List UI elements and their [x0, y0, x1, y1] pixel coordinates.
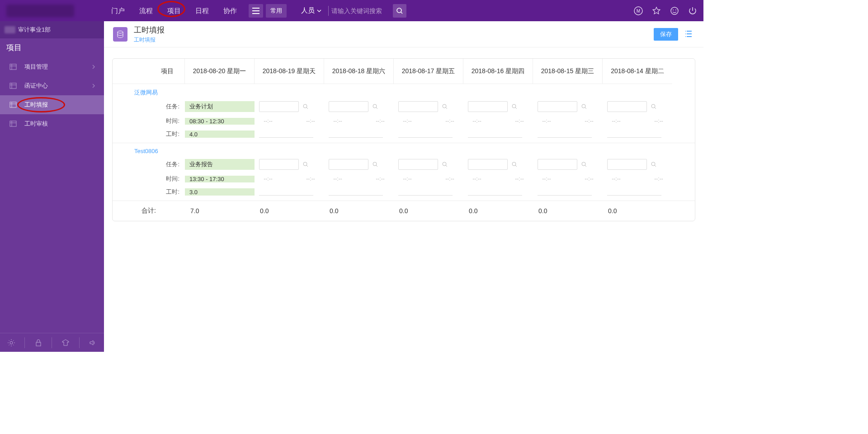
hours-input[interactable] — [329, 131, 383, 138]
hours-cell-day5 — [533, 131, 603, 138]
sound-icon[interactable] — [84, 333, 102, 352]
search-icon[interactable] — [372, 103, 378, 110]
col-day-0: 2018-08-20 星期一 — [185, 59, 255, 84]
hours-input[interactable] — [607, 131, 661, 138]
search-button[interactable] — [393, 4, 406, 18]
total-cell-0: 7.0 — [185, 207, 255, 215]
time-cell-day1[interactable]: --:----:-- — [255, 118, 324, 125]
time-cell-day2[interactable]: --:----:-- — [324, 118, 394, 125]
task-input[interactable] — [329, 159, 368, 170]
nav-schedule[interactable]: 日程 — [188, 0, 216, 21]
hours-input[interactable] — [329, 188, 383, 196]
time-cell-day3[interactable]: --:----:-- — [394, 118, 463, 125]
breadcrumb[interactable]: 工时填报 — [134, 36, 165, 44]
list-icon — [9, 120, 17, 128]
search-icon[interactable] — [302, 161, 309, 168]
nav-project[interactable]: 项目 — [160, 0, 188, 21]
time-cell-day6[interactable]: --:----:-- — [603, 176, 672, 182]
hours-input[interactable] — [259, 188, 313, 196]
time-cell-day3[interactable]: --:----:-- — [394, 176, 463, 182]
time-cell-day4[interactable]: --:----:-- — [463, 118, 533, 125]
svg-point-13 — [303, 104, 307, 108]
search-input[interactable] — [331, 7, 390, 14]
sidebar-item-project-manage[interactable]: 项目管理 — [0, 57, 104, 76]
task-input[interactable] — [468, 159, 508, 170]
m-icon[interactable]: M — [632, 5, 645, 17]
task-cell-day4 — [463, 159, 533, 170]
hours-cell-day2 — [324, 188, 394, 196]
sidebar-item-letter-center[interactable]: 函证中心 — [0, 76, 104, 95]
time-cell-day1[interactable]: --:----:-- — [255, 176, 324, 182]
col-day-6: 2018-08-14 星期二 — [603, 59, 672, 84]
search-icon[interactable] — [442, 103, 448, 110]
hours-input[interactable] — [538, 131, 592, 138]
star-icon[interactable] — [650, 5, 663, 17]
save-button[interactable]: 保存 — [654, 28, 678, 41]
total-cell-4: 0.0 — [463, 207, 533, 215]
total-cell-6: 0.0 — [603, 207, 672, 215]
hours-cell-day0: 4.0 — [185, 131, 255, 138]
project-link[interactable]: Test0806 — [134, 148, 158, 154]
search-icon[interactable] — [511, 161, 518, 168]
task-cell-day1 — [255, 159, 324, 170]
hamburger-menu-button[interactable] — [249, 4, 263, 18]
hours-input[interactable] — [607, 188, 661, 196]
time-row: 时间: 08:30 - 12:30 --:----:-- --:----:-- … — [113, 114, 695, 128]
hours-input[interactable] — [398, 188, 453, 196]
hours-input[interactable] — [538, 188, 592, 196]
sidebar-item-timesheet-review[interactable]: 工时审核 — [0, 114, 104, 133]
smile-icon[interactable] — [668, 5, 681, 17]
task-input[interactable] — [259, 101, 299, 112]
task-input[interactable] — [398, 101, 438, 112]
svg-point-17 — [582, 104, 585, 108]
search-icon[interactable] — [651, 161, 657, 168]
page-header: 工时填报 工时填报 保存 — [104, 21, 703, 47]
search-area: 人员 — [297, 4, 406, 18]
time-cell-day5[interactable]: --:----:-- — [533, 118, 603, 125]
svg-point-22 — [512, 162, 516, 166]
search-icon[interactable] — [302, 103, 309, 110]
search-icon[interactable] — [651, 103, 657, 110]
svg-point-20 — [373, 162, 377, 166]
task-input[interactable] — [259, 159, 299, 170]
field-label-time: 时间: — [113, 117, 185, 125]
theme-icon[interactable] — [57, 333, 75, 352]
search-type-dropdown[interactable]: 人员 — [297, 6, 326, 15]
nav-collab[interactable]: 协作 — [216, 0, 244, 21]
hours-input[interactable] — [468, 131, 522, 138]
hours-input[interactable] — [259, 131, 313, 138]
power-icon[interactable] — [686, 5, 699, 17]
search-icon[interactable] — [372, 161, 378, 168]
hours-input[interactable] — [398, 131, 453, 138]
list-toggle-button[interactable] — [684, 29, 694, 40]
time-cell-day6[interactable]: --:----:-- — [603, 118, 672, 125]
total-row: 合计: 7.0 0.0 0.0 0.0 0.0 0.0 0.0 — [113, 201, 695, 221]
field-label-hours: 工时: — [113, 188, 185, 196]
time-row: 时间: 13:30 - 17:30 --:----:-- --:----:-- … — [113, 172, 695, 186]
search-icon[interactable] — [581, 103, 587, 110]
dept-row[interactable]: 审计事业1部 — [0, 21, 104, 38]
task-input[interactable] — [398, 159, 438, 170]
task-input[interactable] — [329, 101, 368, 112]
gear-icon[interactable] — [2, 333, 20, 352]
task-input[interactable] — [538, 159, 577, 170]
task-input[interactable] — [468, 101, 508, 112]
project-link[interactable]: 泛微网易 — [134, 89, 158, 96]
time-cell-day2[interactable]: --:----:-- — [324, 176, 394, 182]
time-cell-day4[interactable]: --:----:-- — [463, 176, 533, 182]
task-input[interactable] — [607, 159, 647, 170]
time-cell-day5[interactable]: --:----:-- — [533, 176, 603, 182]
task-input[interactable] — [538, 101, 577, 112]
search-icon[interactable] — [511, 103, 518, 110]
hours-input[interactable] — [468, 188, 522, 196]
search-icon[interactable] — [442, 161, 448, 168]
search-icon[interactable] — [581, 161, 587, 168]
sidebar-item-timesheet-fill[interactable]: 工时填报 — [0, 95, 104, 114]
list-icon — [9, 63, 17, 71]
lock-icon[interactable] — [29, 333, 47, 352]
common-button[interactable]: 常用 — [266, 4, 287, 18]
dept-name: 审计事业1部 — [18, 26, 51, 34]
nav-portal[interactable]: 门户 — [104, 0, 132, 21]
nav-process[interactable]: 流程 — [132, 0, 160, 21]
task-input[interactable] — [607, 101, 647, 112]
